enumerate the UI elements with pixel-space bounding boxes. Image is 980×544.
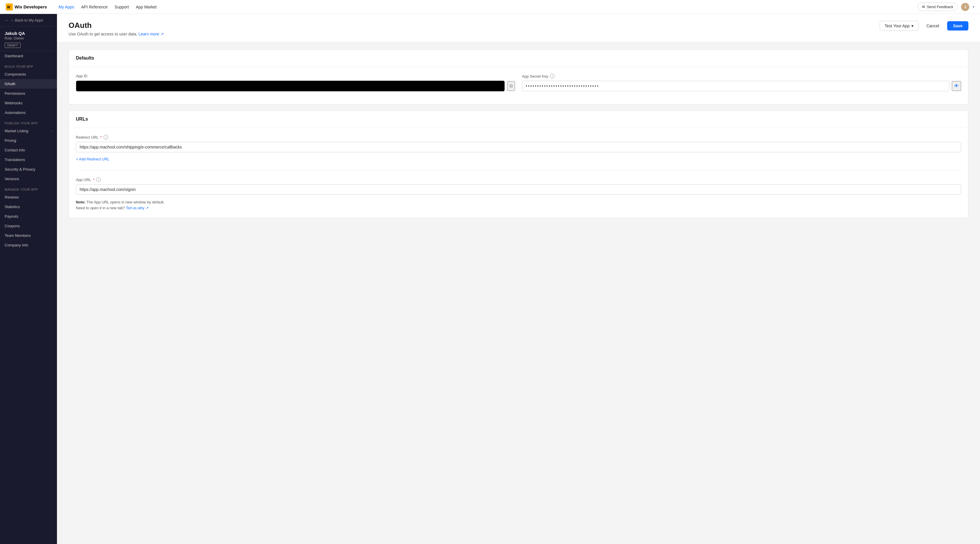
redirect-url-input[interactable] <box>76 142 961 152</box>
app-info: Jakub QA Role: Owner DRAFT <box>0 27 57 51</box>
defaults-section-title: Defaults <box>69 50 968 67</box>
page-subtitle: Use OAuth to get access to user data. Le… <box>68 32 164 36</box>
cancel-button[interactable]: Cancel <box>922 21 944 30</box>
sidebar-section-build: Build Your App <box>0 61 57 70</box>
draft-badge: DRAFT <box>5 43 21 48</box>
learn-more-link[interactable]: Learn more ↗ <box>138 32 164 36</box>
nav-links: My Apps API Reference Support App Market <box>59 5 157 9</box>
app-secret-key-input-wrapper: 👁 <box>522 81 961 91</box>
urls-card-body: Redirect URL * i + Add Redirect URL <box>69 128 968 218</box>
chevron-down-icon: ▾ <box>912 24 913 28</box>
redirect-url-info-icon[interactable]: i <box>103 135 108 140</box>
sidebar-item-label: Team Members <box>5 233 52 238</box>
test-your-app-button[interactable]: Test Your App ▾ <box>880 21 918 31</box>
save-button[interactable]: Save <box>947 21 968 30</box>
sidebar-item-translations[interactable]: Translations <box>0 155 57 164</box>
app-id-label: App ID <box>76 74 515 78</box>
nav-app-market[interactable]: App Market <box>136 5 157 9</box>
sidebar: ← ← Back to My Apps Jakub QA Role: Owner… <box>0 14 57 544</box>
send-feedback-label: Send Feedback <box>927 5 953 9</box>
sidebar-item-versions[interactable]: Versions <box>0 174 57 184</box>
back-label: ← Back to My Apps <box>10 18 43 22</box>
sidebar-item-statistics[interactable]: Statistics <box>0 202 57 212</box>
content-area: Defaults App ID ⧉ <box>57 43 980 231</box>
app-secret-key-group: App Secret Key i 👁 <box>522 74 961 91</box>
sidebar-item-pricing[interactable]: Pricing <box>0 136 57 145</box>
sidebar-item-automations[interactable]: Automations <box>0 108 57 118</box>
tell-us-why-link[interactable]: Tell us why ↗ <box>126 206 149 210</box>
app-id-input-wrapper: ⧉ <box>76 81 515 92</box>
external-link-icon: ↗ <box>161 32 164 36</box>
page-header: OAuth Use OAuth to get access to user da… <box>57 14 980 43</box>
urls-section-title: URLs <box>69 111 968 128</box>
app-role: Role: Owner <box>5 36 52 40</box>
defaults-card: Defaults App ID ⧉ <box>68 49 968 105</box>
sidebar-item-payouts[interactable]: Payouts <box>0 212 57 221</box>
sidebar-item-label: Reviews <box>5 195 52 199</box>
app-url-input[interactable] <box>76 184 961 195</box>
redirect-url-label: Redirect URL * i <box>76 135 961 140</box>
nav-right: ✉ Send Feedback J ▾ <box>918 3 974 11</box>
sidebar-item-label: Translations <box>5 157 52 162</box>
chevron-down-icon: ▾ <box>973 5 974 8</box>
chevron-right-icon: › <box>51 129 52 132</box>
sidebar-item-market-listing[interactable]: Market Listing › <box>0 126 57 136</box>
sidebar-item-company-info[interactable]: Company Info <box>0 240 57 250</box>
sidebar-item-label: Company Info <box>5 243 52 247</box>
nav-api-reference[interactable]: API Reference <box>81 5 108 9</box>
top-nav: W Wix Developers My Apps API Reference S… <box>0 0 980 14</box>
note-text: Note: The App URL opens in new window by… <box>76 199 961 211</box>
app-url-group: App URL * i <box>76 177 961 195</box>
page-header-left: OAuth Use OAuth to get access to user da… <box>68 21 164 36</box>
sidebar-item-components[interactable]: Components <box>0 70 57 79</box>
main-content: OAuth Use OAuth to get access to user da… <box>57 14 980 544</box>
app-secret-key-input[interactable] <box>522 81 950 91</box>
back-to-my-apps[interactable]: ← ← Back to My Apps <box>0 14 57 27</box>
sidebar-item-reviews[interactable]: Reviews <box>0 192 57 202</box>
nav-support[interactable]: Support <box>115 5 129 9</box>
sidebar-item-team-members[interactable]: Team Members <box>0 231 57 240</box>
app-layout: ← ← Back to My Apps Jakub QA Role: Owner… <box>0 14 980 544</box>
defaults-form-row: App ID ⧉ App Secret Key i <box>76 74 961 92</box>
sidebar-item-webhooks[interactable]: Webhooks <box>0 98 57 108</box>
sidebar-item-label: Coupons <box>5 224 52 228</box>
avatar[interactable]: J <box>961 3 969 11</box>
app-url-info-icon[interactable]: i <box>96 177 101 182</box>
page-title: OAuth <box>68 21 164 30</box>
sidebar-item-security-privacy[interactable]: Security & Privacy <box>0 164 57 174</box>
sidebar-item-label: Payouts <box>5 214 52 218</box>
sidebar-item-label: OAuth <box>5 82 52 86</box>
app-secret-key-info-icon[interactable]: i <box>550 74 555 78</box>
sidebar-item-label: Webhooks <box>5 101 52 105</box>
feedback-icon: ✉ <box>922 5 925 9</box>
sidebar-item-label: Dashboard <box>5 54 52 58</box>
send-feedback-button[interactable]: ✉ Send Feedback <box>918 3 958 11</box>
add-redirect-url-label: + Add Redirect URL <box>76 157 109 161</box>
svg-text:W: W <box>7 5 11 9</box>
sidebar-item-oauth[interactable]: OAuth <box>0 79 57 89</box>
copy-app-id-button[interactable]: ⧉ <box>507 81 515 91</box>
sidebar-item-label: Components <box>5 72 52 76</box>
sidebar-item-label: Pricing <box>5 138 52 143</box>
sidebar-item-dashboard[interactable]: Dashboard <box>0 51 57 61</box>
sidebar-item-contact-info[interactable]: Contact Info <box>0 145 57 155</box>
sidebar-item-label: Market Listing <box>5 129 51 133</box>
toggle-secret-key-button[interactable]: 👁 <box>952 81 961 91</box>
app-name: Jakub QA <box>5 31 52 36</box>
back-arrow-icon: ← <box>5 18 8 22</box>
nav-my-apps[interactable]: My Apps <box>59 5 75 9</box>
sidebar-item-label: Contact Info <box>5 148 52 152</box>
app-id-input[interactable] <box>76 81 505 92</box>
test-app-label: Test Your App <box>885 24 910 28</box>
page-header-right: Test Your App ▾ Cancel Save <box>880 21 968 31</box>
add-redirect-url-button[interactable]: + Add Redirect URL <box>76 155 109 163</box>
app-secret-key-label: App Secret Key i <box>522 74 961 78</box>
sidebar-item-label: Versions <box>5 177 52 181</box>
app-url-label: App URL * i <box>76 177 961 182</box>
defaults-card-body: App ID ⧉ App Secret Key i <box>69 67 968 104</box>
note-label: Note: <box>76 200 86 204</box>
sidebar-item-coupons[interactable]: Coupons <box>0 221 57 231</box>
wix-logo-icon: W <box>6 3 13 11</box>
sidebar-item-permissions[interactable]: Permissions <box>0 89 57 98</box>
app-id-group: App ID ⧉ <box>76 74 515 92</box>
